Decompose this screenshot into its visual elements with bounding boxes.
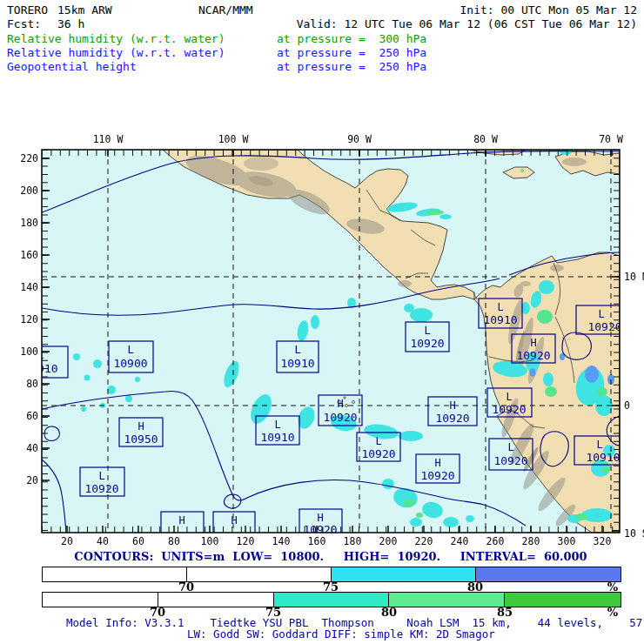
fcst-label: Fcst: [7,17,41,30]
field3-name: Geopotential height [7,60,137,73]
colorbar-segment [332,567,476,581]
svg-text:H: H [317,512,323,524]
svg-text:10900: 10900 [113,357,147,370]
svg-text:10920: 10920 [493,454,527,467]
contour-info-line: CONTOURS: UNITS=m LOW= 10800. HIGH= 1092… [42,550,620,563]
svg-text:100 W: 100 W [218,133,249,145]
fcst-hours: 36 h [57,17,84,30]
svg-text:L: L [294,344,300,356]
svg-text:220: 220 [20,152,38,164]
svg-text:10920: 10920 [84,482,118,495]
svg-text:40: 40 [26,442,38,454]
longitude-axis-labels: 110 W 100 W 90 W 80 W 70 W [93,133,623,145]
field3-level: at pressure = 250 hPa [277,60,426,73]
colorbar-segment [274,593,390,607]
svg-text:110 W: 110 W [93,133,124,145]
svg-text:L: L [506,391,512,403]
svg-text:140: 140 [20,281,38,293]
svg-text:120: 120 [20,313,38,325]
svg-text:20: 20 [26,474,38,486]
field2-name: Relative humidity (w.r.t. water) [7,46,225,59]
grid-x-axis-labels: 20 40 60 80 100 120 140 160 180 200 220 … [61,535,611,547]
svg-text:70 W: 70 W [599,133,623,145]
svg-text:L: L [596,439,602,451]
svg-text:10910: 10910 [483,313,517,326]
svg-text:0: 0 [624,399,630,412]
svg-text:80 W: 80 W [473,133,498,145]
colorbar-segment [389,593,505,607]
svg-text:160: 160 [20,249,38,261]
svg-text:10 N: 10 N [624,271,644,283]
grid-y-axis-labels: 220 200 180 160 140 120 100 80 60 40 20 [20,152,38,486]
svg-text:L: L [424,325,430,337]
svg-text:80: 80 [26,378,38,390]
svg-text:H: H [178,514,184,527]
svg-text:10920: 10920 [410,337,444,350]
svg-text:180: 180 [344,535,362,547]
svg-text:300: 300 [558,535,576,547]
svg-text:10920: 10920 [492,403,526,416]
center-name: NCAR/MMM [198,3,253,17]
svg-text:10 S: 10 S [624,527,644,540]
svg-text:L: L [507,441,513,453]
svg-text:60: 60 [26,410,38,422]
svg-text:10920: 10920 [516,349,550,362]
svg-text:80: 80 [168,535,180,547]
svg-text:90 W: 90 W [347,133,372,145]
colorbar-segment [187,567,332,581]
svg-text:H: H [434,457,440,469]
run-title: TORERO [7,3,48,17]
svg-text:L: L [497,301,503,313]
colorbar-segment [505,593,621,607]
svg-text:100: 100 [20,345,38,358]
svg-text:320: 320 [594,535,612,547]
svg-text:40: 40 [97,535,109,547]
svg-text:140: 140 [272,535,291,547]
init-time: Init: 00 UTC Mon 05 Mar 12 [460,3,638,17]
forecast-map: L10910 L10900 L10910 L10920 L10910 H1092… [0,129,644,548]
svg-text:10910: 10910 [23,362,57,375]
svg-text:H: H [337,398,343,410]
valid-time: Valid: 12 UTC Tue 06 Mar 12 (06 CST Tue … [297,17,637,30]
colorbar-segment [43,567,187,581]
colorbar-segment [476,567,621,581]
svg-text:160: 160 [308,535,326,547]
svg-text:L: L [274,419,280,431]
colorbar-segment [158,593,274,607]
svg-text:H: H [231,514,237,527]
svg-text:H: H [530,337,536,349]
field2-level: at pressure = 250 hPa [277,46,426,59]
svg-text:10910: 10910 [260,431,294,444]
svg-text:120: 120 [237,535,255,547]
svg-text:20: 20 [61,535,73,547]
latitude-axis-labels: 10 N 0 10 S [624,271,644,540]
svg-text:10920: 10920 [435,412,469,425]
svg-text:200: 200 [379,535,398,547]
svg-text:L: L [37,349,44,361]
svg-text:L: L [598,308,604,320]
svg-text:L: L [98,470,104,482]
svg-text:10920: 10920 [323,411,357,424]
svg-text:10920: 10920 [587,320,621,333]
svg-text:60: 60 [132,535,144,547]
svg-text:280: 280 [522,535,540,547]
svg-text:240: 240 [451,535,469,547]
field1-level: at pressure = 300 hPa [277,32,426,45]
svg-text:10920: 10920 [420,469,454,482]
svg-text:10950: 10950 [124,433,158,446]
colorbar-250hpa-labels: 70 75 80 % [42,580,620,593]
svg-text:H: H [449,399,455,412]
svg-text:10920: 10920 [361,447,395,460]
svg-text:260: 260 [486,535,505,547]
svg-text:220: 220 [415,535,433,547]
svg-text:200: 200 [20,184,38,197]
svg-text:100: 100 [201,535,219,547]
model-resolution: 15km ARW [57,3,112,17]
forecast-chart-page: { "header": { "title": "TORERO", "resolu… [0,0,644,644]
svg-text:L: L [375,435,381,447]
field1-name: Relative humidity (w.r.t. water) [7,32,225,45]
svg-text:180: 180 [20,217,38,229]
model-info-line2: LW: Godd SW: Goddard DIFF: simple KM: 2D… [187,627,495,641]
svg-text:L: L [127,344,133,356]
svg-text:H: H [138,420,144,433]
